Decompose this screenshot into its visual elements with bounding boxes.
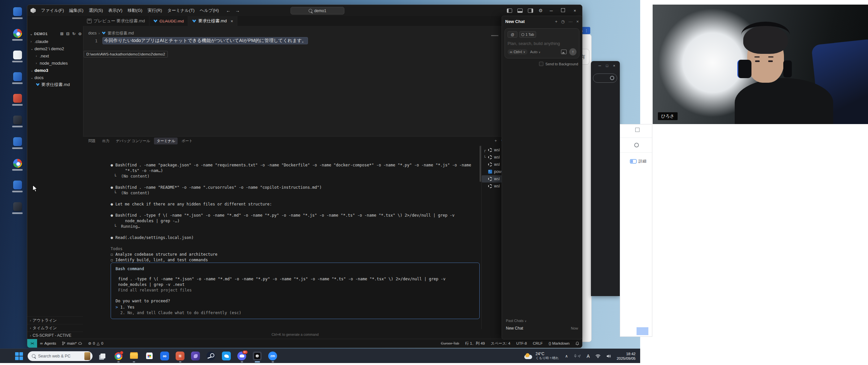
problems-status[interactable]: ⊘0 △0 bbox=[85, 339, 106, 347]
breadcrumb-folder[interactable]: docs bbox=[88, 31, 96, 35]
window-controls[interactable]: ─ □ × bbox=[598, 64, 617, 68]
explorer-tree-item[interactable]: › .claude bbox=[27, 38, 83, 45]
menu-item[interactable]: 実行(R) bbox=[145, 6, 165, 14]
taskbar-clock[interactable]: 18:42 2025/09/05 bbox=[614, 352, 640, 361]
desktop-shortcut[interactable] bbox=[12, 7, 23, 19]
menu-item[interactable]: 選択(S) bbox=[86, 6, 105, 14]
taskbar-app-icon[interactable] bbox=[176, 352, 185, 360]
taskbar-app-icon[interactable]: 9+ bbox=[237, 352, 246, 360]
start-button[interactable] bbox=[15, 352, 23, 360]
sidebar-section-header[interactable]: › アウトライン bbox=[27, 316, 83, 324]
sidebar-section-header[interactable]: › タイムライン bbox=[27, 324, 83, 332]
ime-indicator[interactable]: A bbox=[584, 354, 593, 359]
panel-tab[interactable]: 出力 bbox=[99, 138, 112, 145]
past-chat-item[interactable]: New Chat Now bbox=[506, 326, 578, 331]
menu-item[interactable]: ヘルプ(H) bbox=[197, 6, 222, 14]
toggle-panel-icon[interactable] bbox=[517, 8, 523, 13]
new-chat-add-icon[interactable]: + bbox=[555, 19, 557, 24]
maximize-icon[interactable] bbox=[635, 128, 640, 132]
explorer-root-header[interactable]: ⌄ DEMO1 ⊞ ⊟ ↻ ⊖ bbox=[27, 30, 83, 38]
explorer-tree-item[interactable]: › node_modules bbox=[27, 59, 83, 67]
notifications-bell[interactable] bbox=[572, 339, 582, 347]
remote-indicator[interactable]: >< bbox=[27, 339, 37, 347]
desktop-shortcut[interactable] bbox=[12, 116, 23, 127]
panel-tab[interactable]: ターミナル bbox=[154, 138, 178, 145]
status-bar-item[interactable]: UTF-8 bbox=[513, 341, 530, 345]
minimize-button[interactable]: ─ bbox=[548, 8, 555, 13]
terminal-scrollbar[interactable] bbox=[479, 146, 481, 182]
toggle-sidebar-icon[interactable] bbox=[507, 8, 512, 13]
status-bar-item[interactable]: 行 1、列 49 bbox=[462, 341, 488, 346]
wifi-icon[interactable] bbox=[593, 354, 603, 358]
panel-tab[interactable]: デバッグ コンソール bbox=[113, 138, 153, 145]
toggle-secondary-sidebar-icon[interactable] bbox=[528, 8, 533, 13]
desktop-shortcut[interactable] bbox=[12, 159, 23, 171]
attach-image-icon[interactable] bbox=[561, 50, 567, 54]
breadcrumb-file[interactable]: 要求仕様書.md bbox=[108, 31, 134, 36]
tab-preview[interactable]: プレビュー 要求仕様書.md bbox=[83, 16, 149, 26]
forward-arrow-icon[interactable]: → bbox=[235, 8, 240, 13]
send-button[interactable]: ↑ bbox=[569, 48, 577, 56]
agent-mode-pill[interactable]: ∞ Ctrl+I ∨ bbox=[507, 49, 528, 55]
desktop-shortcut[interactable] bbox=[12, 137, 23, 149]
detail-toggle[interactable]: 詳細 bbox=[630, 158, 646, 164]
status-bar-item[interactable]: スペース: 4 bbox=[488, 341, 514, 346]
taskbar-app-icon[interactable] bbox=[129, 352, 138, 360]
sidebar-section-header[interactable]: › CS-SCRIPT - ACTIVE bbox=[27, 332, 83, 339]
desktop-shortcut[interactable] bbox=[12, 29, 23, 41]
new-folder-icon[interactable]: ⊟ bbox=[66, 31, 70, 36]
taskbar-app-icon[interactable] bbox=[207, 352, 215, 360]
background-dark-window[interactable]: ─ □ × bbox=[591, 61, 620, 296]
background-light-window[interactable]: 詳細 bbox=[620, 124, 652, 337]
menu-item[interactable]: 移動(G) bbox=[125, 6, 145, 14]
status-bar-item[interactable]: Cursor Tab bbox=[438, 341, 462, 345]
explorer-tree-item[interactable]: ⌄ docs bbox=[27, 74, 83, 81]
more-icon[interactable]: ··· bbox=[568, 19, 572, 24]
tab-close-icon[interactable]: × bbox=[231, 19, 234, 24]
past-chats-header[interactable]: Past Chats ∨ bbox=[506, 319, 578, 323]
menu-item[interactable]: 編集(E) bbox=[67, 6, 86, 14]
git-branch-status[interactable]: main* bbox=[59, 339, 85, 347]
maximize-button[interactable] bbox=[560, 8, 566, 13]
taskbar-app-icon[interactable] bbox=[98, 352, 107, 360]
panel-tab[interactable]: 問題 bbox=[86, 138, 98, 145]
taskbar-app-icon[interactable] bbox=[268, 352, 277, 360]
taskbar-app-icon[interactable] bbox=[145, 352, 154, 360]
hidden-icons-chevron[interactable]: ∧ bbox=[562, 354, 571, 359]
taskbar-app-icon[interactable] bbox=[253, 352, 262, 360]
send-to-background-checkbox[interactable] bbox=[539, 62, 543, 66]
taskbar-app-icon[interactable] bbox=[191, 352, 200, 360]
explorer-tree-item[interactable]: ⌄ demo2 \ demo2 bbox=[27, 45, 83, 52]
menu-item[interactable]: ターミナル(T) bbox=[165, 6, 197, 14]
background-search-input[interactable] bbox=[593, 73, 617, 83]
tab-claude-md[interactable]: CLAUDE.md bbox=[149, 16, 188, 26]
explorer-tree-item[interactable]: › .next bbox=[27, 52, 83, 59]
taskbar-app-icon[interactable] bbox=[160, 352, 169, 360]
menu-item[interactable]: ファイル(F) bbox=[38, 6, 67, 14]
chat-input-box[interactable]: @ 1 Tab Plan, search, build anything ∞ C… bbox=[504, 28, 580, 58]
history-icon[interactable]: ◷ bbox=[561, 19, 565, 24]
status-bar-item[interactable]: CRLF bbox=[530, 341, 546, 345]
weather-widget[interactable]: 24°C くもり時々晴れ bbox=[521, 352, 562, 360]
new-terminal-icon[interactable]: + bbox=[495, 139, 497, 143]
status-bar-item[interactable]: {} Markdown bbox=[546, 341, 572, 345]
model-selector[interactable]: Auto ∨ bbox=[530, 50, 541, 54]
explorer-tree-item[interactable]: ⌄ demo3 bbox=[27, 67, 83, 74]
close-button[interactable]: × bbox=[571, 8, 578, 13]
tab-requirements-md[interactable]: 要求仕様書.md × bbox=[188, 16, 237, 26]
refresh-icon[interactable]: ↻ bbox=[72, 31, 75, 36]
panel-tab[interactable]: ポート bbox=[179, 138, 195, 145]
close-icon[interactable]: × bbox=[576, 19, 579, 24]
desktop-shortcut[interactable] bbox=[12, 181, 23, 192]
tab-context-chip[interactable]: 1 Tab bbox=[519, 31, 536, 38]
explorer-tree-item[interactable]: 要求仕様書.md bbox=[27, 81, 83, 88]
back-arrow-icon[interactable]: ← bbox=[226, 8, 230, 13]
taskbar-app-icon[interactable] bbox=[222, 352, 231, 360]
desktop-shortcut[interactable] bbox=[12, 51, 23, 62]
menu-item[interactable]: 表示(V) bbox=[106, 6, 125, 14]
collapse-all-icon[interactable]: ⊖ bbox=[79, 31, 82, 36]
desktop-shortcut[interactable] bbox=[12, 72, 23, 84]
taskbar-app-icon[interactable] bbox=[114, 352, 123, 360]
desktop-shortcut[interactable] bbox=[12, 94, 23, 106]
mention-chip[interactable]: @ bbox=[507, 31, 517, 38]
